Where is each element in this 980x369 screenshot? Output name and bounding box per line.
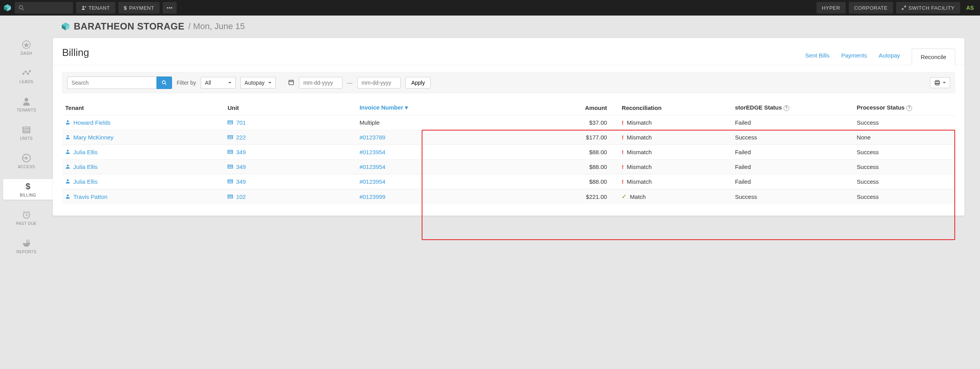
table-row: Julia Ellis349#0123954$88.00!MismatchFai…	[62, 174, 955, 189]
svg-point-5	[82, 6, 84, 8]
date-to-input[interactable]	[357, 77, 401, 89]
exclamation-icon: !	[622, 164, 624, 170]
exclamation-icon: !	[622, 119, 624, 126]
tenant-link[interactable]: Howard Fields	[73, 119, 111, 126]
main: BARATHEON STORAGE Mon, June 15 Billing S…	[53, 16, 980, 369]
sidebar-item-access[interactable]: ACCESS	[0, 151, 53, 171]
col-invoice[interactable]: Invoice Number ▾	[356, 100, 488, 115]
more-button[interactable]: •••	[163, 2, 177, 14]
col-se-status[interactable]: storEDGE Status?	[732, 100, 854, 115]
invoice-text: Multiple	[360, 119, 380, 126]
table-row: Julia Ellis349#0123954$88.00!MismatchFai…	[62, 145, 955, 160]
alarm-icon	[21, 210, 31, 220]
sidebar-item-tenants[interactable]: TENANTS	[0, 94, 53, 115]
table-row: Julia Ellis349#0123954$88.00!MismatchFai…	[62, 160, 955, 174]
amount-cell: $88.00	[488, 145, 610, 160]
svg-rect-46	[228, 165, 233, 169]
dollar-icon: $	[124, 5, 127, 11]
calendar-icon	[288, 79, 294, 87]
invoice-link[interactable]: #0123999	[360, 193, 386, 200]
exclamation-icon: !	[622, 134, 624, 141]
col-tenant[interactable]: Tenant	[62, 100, 224, 115]
amount-cell: $88.00	[488, 160, 610, 174]
page-title: Billing	[62, 47, 89, 65]
invoice-link[interactable]: #0123789	[360, 134, 386, 141]
billing-panel: Billing Sent Bills Payments Autopay Reco…	[53, 38, 964, 216]
unit-link[interactable]: 701	[236, 119, 246, 126]
help-icon[interactable]: ?	[784, 105, 789, 111]
invoice-link[interactable]: #0123954	[360, 149, 386, 155]
filter-select[interactable]: All	[201, 77, 236, 89]
svg-point-33	[67, 120, 69, 122]
se-status-cell: Failed	[732, 145, 854, 160]
tab-reconcile[interactable]: Reconcile	[912, 49, 955, 65]
person-icon	[65, 193, 70, 200]
unit-icon	[228, 193, 233, 200]
unit-link[interactable]: 349	[236, 149, 246, 155]
tenant-link[interactable]: Travis Patton	[73, 193, 108, 200]
person-icon	[65, 164, 70, 170]
payment-button[interactable]: $ PAYMENT	[118, 2, 160, 14]
tenant-link[interactable]: Julia Ellis	[73, 178, 98, 185]
unit-link[interactable]: 222	[236, 134, 246, 141]
dollar-icon: $	[23, 181, 33, 191]
col-proc-status[interactable]: Processor Status?	[854, 100, 955, 115]
person-icon	[65, 178, 70, 185]
sidebar-item-pastdue[interactable]: PAST DUE	[0, 207, 53, 228]
svg-rect-54	[228, 195, 233, 198]
sidebar-item-billing[interactable]: $ BILLING	[3, 179, 53, 200]
person-icon	[65, 149, 70, 155]
invoice-link[interactable]: #0123954	[360, 178, 386, 185]
autopay-select[interactable]: Autopay	[240, 77, 276, 89]
tabs: Sent Bills Payments Autopay Reconcile	[805, 49, 955, 65]
tenant-button[interactable]: TENANT	[76, 2, 115, 14]
amount-cell: $177.00	[488, 130, 610, 145]
col-unit[interactable]: Unit	[224, 100, 356, 115]
sidebar-item-units[interactable]: UNITS	[0, 122, 53, 143]
search-icon	[162, 80, 167, 85]
tenant-button-label: TENANT	[89, 5, 110, 11]
help-icon[interactable]: ?	[906, 105, 912, 111]
sidebar-item-reports[interactable]: REPORTS	[0, 236, 53, 256]
search-input[interactable]	[67, 77, 156, 89]
facility-name: BARATHEON STORAGE	[74, 21, 184, 32]
unit-link[interactable]: 349	[236, 164, 246, 170]
recon-text: Mismatch	[627, 134, 652, 141]
col-amount[interactable]: Amount	[488, 100, 610, 115]
avatar[interactable]: AS	[963, 5, 977, 11]
unit-link[interactable]: 349	[236, 178, 246, 185]
switch-icon	[902, 5, 906, 10]
proc-status-cell: Success	[854, 115, 955, 130]
table-row: Howard Fields701Multiple$37.00!MismatchF…	[62, 115, 955, 130]
table-row: Mary McKinney222#0123789$177.00!Mismatch…	[62, 130, 955, 145]
recon-text: Mismatch	[627, 164, 652, 170]
date-from-input[interactable]	[299, 77, 342, 89]
topbar: TENANT $ PAYMENT ••• HYPER CORPORATE SWI…	[0, 0, 980, 16]
corporate-button[interactable]: CORPORATE	[849, 2, 893, 14]
hyper-button[interactable]: HYPER	[817, 2, 846, 14]
search-button[interactable]	[156, 77, 172, 89]
tenant-link[interactable]: Julia Ellis	[73, 149, 98, 155]
proc-status-cell: None	[854, 130, 955, 145]
tenant-link[interactable]: Mary McKinney	[73, 134, 113, 141]
col-reconciliation[interactable]: Reconciliation	[610, 100, 732, 115]
tab-payments[interactable]: Payments	[841, 52, 867, 65]
sidebar-item-leads[interactable]: LEADS	[0, 66, 53, 86]
garage-icon	[21, 125, 31, 135]
global-search[interactable]	[15, 2, 73, 14]
apply-button[interactable]: Apply	[405, 77, 431, 89]
se-status-cell: Success	[732, 189, 854, 204]
print-button[interactable]	[930, 77, 950, 88]
sidebar-item-dash[interactable]: DASH	[0, 37, 53, 58]
person-icon	[65, 134, 70, 141]
svg-point-49	[67, 179, 69, 181]
svg-point-37	[67, 135, 69, 137]
invoice-link[interactable]: #0123954	[360, 164, 386, 170]
switch-facility-button[interactable]: SWITCH FACILITY	[896, 2, 960, 14]
proc-status-cell: Success	[854, 189, 955, 204]
unit-link[interactable]: 102	[236, 193, 246, 200]
se-status-cell: Success	[732, 130, 854, 145]
tab-sent-bills[interactable]: Sent Bills	[805, 52, 830, 65]
tenant-link[interactable]: Julia Ellis	[73, 164, 98, 170]
tab-autopay[interactable]: Autopay	[879, 52, 900, 65]
